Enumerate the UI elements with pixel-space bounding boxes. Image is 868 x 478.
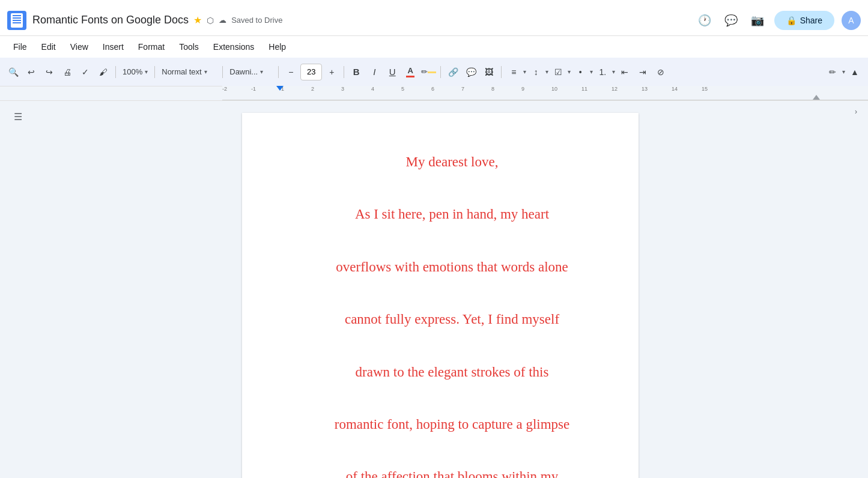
ruler-num-0: 1 <box>281 86 284 92</box>
ruler-num-6: 7 <box>461 86 464 92</box>
star-icon[interactable]: ★ <box>193 14 202 26</box>
font-size-decrease[interactable]: − <box>282 64 299 80</box>
highlight-indicator <box>428 71 436 73</box>
font-dropdown-arrow: ▾ <box>260 68 263 75</box>
menu-insert[interactable]: Insert <box>97 40 130 54</box>
image-button[interactable]: 🖼 <box>481 64 497 80</box>
share-label: Share <box>800 16 822 25</box>
indent-less-button[interactable]: ⇤ <box>616 64 633 80</box>
align-dropdown-arrow[interactable]: ▾ <box>523 68 526 75</box>
user-avatar[interactable]: A <box>842 11 861 30</box>
comment-add-button[interactable]: 💬 <box>463 64 479 80</box>
drive-icon: ⬡ <box>207 16 214 25</box>
numbered-dropdown-arrow[interactable]: ▾ <box>612 68 615 75</box>
checklist-button[interactable]: ☑ <box>550 64 566 80</box>
bullet-dropdown-arrow[interactable]: ▾ <box>590 68 593 75</box>
ruler-num-12: 13 <box>642 86 648 92</box>
font-size-input[interactable] <box>300 64 322 80</box>
menu-edit[interactable]: Edit <box>35 40 62 54</box>
zoom-select[interactable]: 100% ▾ <box>120 64 151 80</box>
menu-tools[interactable]: Tools <box>173 40 205 54</box>
collapse-panel-button[interactable]: › <box>850 106 862 118</box>
doc-line-5: drawn to the elegant strokes of this <box>302 359 602 386</box>
meeting-button[interactable]: 📷 <box>748 11 767 30</box>
italic-button[interactable]: I <box>366 64 383 80</box>
search-button[interactable]: 🔍 <box>5 64 22 80</box>
doc-content[interactable]: My dearest love, As I sit here, pen in h… <box>302 149 602 478</box>
doc-line-7: of the affection that blooms within my <box>302 464 602 478</box>
numbered-list-button[interactable]: 1. <box>594 64 611 80</box>
divider-6 <box>440 66 441 78</box>
text-style-value: Normal text <box>162 67 201 76</box>
saved-to-drive-label: Saved to Drive <box>231 16 282 25</box>
divider-2 <box>154 66 155 78</box>
left-sidebar: ☰ <box>0 101 36 478</box>
divider-5 <box>344 66 344 78</box>
undo-button[interactable]: ↩ <box>23 64 40 80</box>
underline-button[interactable]: U <box>384 64 401 80</box>
doc-line-6: romantic font, hoping to capture a glimp… <box>302 411 602 438</box>
doc-line-3: overflows with emotions that words alone <box>302 254 602 280</box>
menu-extensions[interactable]: Extensions <box>207 40 260 54</box>
menu-file[interactable]: File <box>7 40 33 54</box>
zoom-value: 100% <box>123 67 142 76</box>
ruler-right-marker[interactable] <box>813 95 820 100</box>
doc-line-4: cannot fully express. Yet, I find myself <box>302 306 602 333</box>
cloud-saved-icon: ☁ <box>219 16 226 25</box>
line-spacing-button[interactable]: ↕ <box>527 64 544 80</box>
text-style-select[interactable]: Normal text ▾ <box>159 64 219 80</box>
text-color-button[interactable]: A <box>402 64 419 80</box>
font-select[interactable]: Dawni... ▾ <box>226 64 275 80</box>
share-button[interactable]: 🔒 Share <box>774 11 834 30</box>
align-button[interactable]: ≡ <box>505 64 522 80</box>
menu-format[interactable]: Format <box>132 40 171 54</box>
menu-help[interactable]: Help <box>263 40 292 54</box>
divider-3 <box>222 66 223 78</box>
menu-view[interactable]: View <box>64 40 94 54</box>
docs-logo <box>7 11 26 30</box>
collapse-toolbar-button[interactable]: ▲ <box>846 64 863 80</box>
doc-title-text: Romantic Fonts on Google Docs <box>32 14 189 26</box>
spacing-dropdown-arrow[interactable]: ▾ <box>545 68 548 75</box>
docs-logo-inner <box>11 13 23 28</box>
doc-page[interactable]: My dearest love, As I sit here, pen in h… <box>242 113 639 478</box>
ruler-num-4: 5 <box>401 86 404 92</box>
indent-more-button[interactable]: ⇥ <box>634 64 651 80</box>
paint-format-button[interactable]: 🖌 <box>95 64 112 80</box>
right-panel: › <box>844 101 868 478</box>
ruler-num-3: 4 <box>371 86 374 92</box>
ruler: -2 -1 1 2 3 4 5 6 7 8 9 10 11 12 13 14 1… <box>0 86 868 101</box>
comment-button[interactable]: 💬 <box>721 11 741 30</box>
bold-button[interactable]: B <box>348 64 365 80</box>
checklist-dropdown-arrow[interactable]: ▾ <box>568 68 571 75</box>
lock-icon: 🔒 <box>786 16 797 25</box>
toolbar: 🔍 ↩ ↪ 🖨 ✓ 🖌 100% ▾ Normal text ▾ Dawni..… <box>0 58 868 86</box>
edit-mode-dropdown[interactable]: ▾ <box>842 68 845 75</box>
history-button[interactable]: 🕐 <box>695 11 714 30</box>
doc-title-row: Romantic Fonts on Google Docs ★ ⬡ ☁ Save… <box>32 14 695 26</box>
divider-4 <box>278 66 279 78</box>
redo-button[interactable]: ↪ <box>41 64 58 80</box>
outline-toggle-button[interactable]: ☰ <box>10 108 26 125</box>
clear-format-button[interactable]: ⊘ <box>652 64 669 80</box>
pencil-mode-button[interactable]: ✏ <box>824 64 841 80</box>
doc-area[interactable]: My dearest love, As I sit here, pen in h… <box>36 101 844 478</box>
link-button[interactable]: 🔗 <box>445 64 461 80</box>
font-value: Dawni... <box>229 67 258 76</box>
zoom-dropdown-arrow: ▾ <box>145 68 148 75</box>
print-button[interactable]: 🖨 <box>59 64 76 80</box>
bullet-list-button[interactable]: • <box>572 64 589 80</box>
ruler-num-13: 14 <box>672 86 678 92</box>
text-color-label: A <box>408 66 413 75</box>
title-info: Romantic Fonts on Google Docs ★ ⬡ ☁ Save… <box>32 14 695 26</box>
highlight-button[interactable]: ✏ <box>420 64 437 80</box>
title-actions: 🕐 💬 📷 🔒 Share A <box>695 11 861 30</box>
ruler-num-1: 2 <box>311 86 314 92</box>
font-size-control: − + <box>282 64 340 80</box>
spell-check-button[interactable]: ✓ <box>77 64 94 80</box>
font-size-increase[interactable]: + <box>323 64 340 80</box>
main-layout: ☰ My dearest love, As I sit here, pen in… <box>0 101 868 478</box>
divider-1 <box>115 66 116 78</box>
ruler-num-neg1: -1 <box>251 86 256 92</box>
ruler-num-2: 3 <box>341 86 344 92</box>
